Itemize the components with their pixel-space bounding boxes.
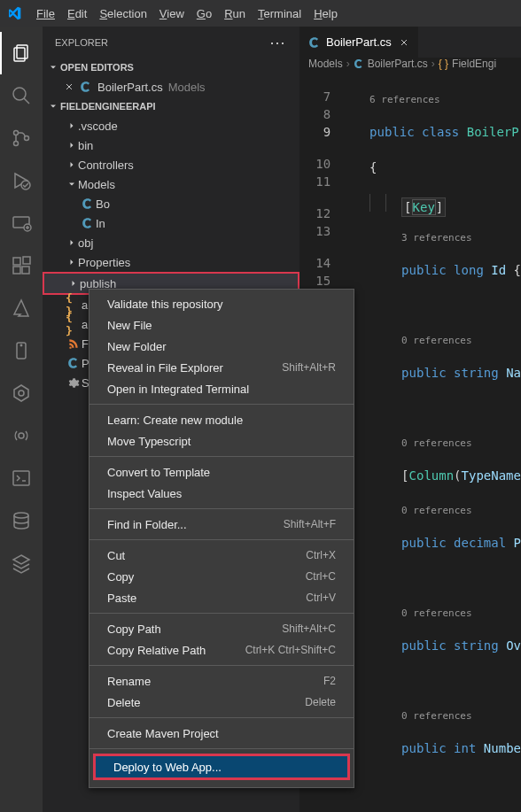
activity-search-icon[interactable] <box>0 74 43 117</box>
tree-item-controllers[interactable]: Controllers <box>43 155 299 174</box>
chevron-icon <box>66 159 78 170</box>
open-editor-filename: BoilerPart.cs <box>97 81 163 94</box>
menu-go[interactable]: Go <box>191 7 218 20</box>
tree-item-obj[interactable]: obj <box>43 233 299 252</box>
menu-selection[interactable]: Selection <box>93 7 152 20</box>
ctx-new-folder[interactable]: New Folder <box>89 336 354 357</box>
chevron-down-icon <box>46 101 60 112</box>
activity-extensions-icon[interactable] <box>0 244 43 287</box>
ctx-move-typescript[interactable]: Move Typescript <box>89 430 354 452</box>
open-editor-item[interactable]: BoilerPart.cs Models <box>43 77 299 97</box>
open-editors-header[interactable]: OPEN EDITORS <box>43 58 299 77</box>
activity-kubernetes-icon[interactable] <box>0 372 43 414</box>
svg-rect-15 <box>23 257 30 264</box>
svg-rect-21 <box>13 471 29 485</box>
ctx-convert-to-template[interactable]: Convert to Template <box>89 461 354 483</box>
menu-view[interactable]: View <box>153 7 191 20</box>
ctx-copy[interactable]: CopyCtrl+C <box>89 566 354 587</box>
code-content[interactable]: 6 references public class BoilerP { [Key… <box>354 70 521 812</box>
file-icon <box>66 337 82 350</box>
file-icon <box>80 217 96 229</box>
ctx-validate-this-repository[interactable]: Validate this repository <box>89 293 354 314</box>
tree-item-properties[interactable]: Properties <box>43 252 299 272</box>
ctx-reveal-in-file-explorer[interactable]: Reveal in File ExplorerShift+Alt+R <box>89 357 354 378</box>
svg-point-17 <box>20 344 21 345</box>
tree-item--vscode[interactable]: .vscode <box>43 116 299 135</box>
ctx-paste[interactable]: PasteCtrl+V <box>89 587 354 608</box>
chevron-icon <box>67 278 80 289</box>
vscode-logo-icon <box>7 6 21 20</box>
project-header[interactable]: FIELDENGINEERAPI <box>43 97 299 116</box>
menu-edit[interactable]: Edit <box>61 7 93 20</box>
activity-device-icon[interactable] <box>0 329 43 372</box>
svg-rect-12 <box>13 258 20 265</box>
csharp-icon <box>308 36 321 49</box>
activity-layers-icon[interactable] <box>0 542 43 584</box>
menu-help[interactable]: Help <box>307 7 344 20</box>
svg-point-5 <box>14 142 19 146</box>
file-icon: { } <box>66 311 82 337</box>
file-icon <box>66 357 82 369</box>
chevron-down-icon <box>46 62 60 73</box>
svg-marker-18 <box>14 385 28 401</box>
ctx-learn--create-new-module[interactable]: Learn: Create new module <box>89 409 354 430</box>
editor-tab[interactable]: BoilerPart.cs <box>299 27 419 58</box>
tree-item-models[interactable]: Models <box>43 174 299 194</box>
context-menu: Validate this repositoryNew FileNew Fold… <box>89 289 354 788</box>
activity-debug-icon[interactable] <box>0 159 43 202</box>
chevron-icon <box>66 179 78 189</box>
ctx-find-in-folder---[interactable]: Find in Folder...Shift+Alt+F <box>89 514 354 535</box>
ctx-inspect-values[interactable]: Inspect Values <box>89 483 354 504</box>
tree-item-inventorycontext-cs[interactable]: In <box>43 213 299 233</box>
svg-line-3 <box>24 98 29 104</box>
chevron-icon <box>66 140 78 151</box>
tab-bar: BoilerPart.cs <box>299 27 521 58</box>
explorer-header: EXPLORER ⋯ <box>43 27 299 58</box>
file-icon <box>66 376 82 389</box>
menu-file[interactable]: File <box>30 7 61 20</box>
activity-remote-icon[interactable] <box>0 202 43 244</box>
csharp-icon <box>354 58 364 69</box>
tab-title: BoilerPart.cs <box>326 35 392 49</box>
menubar: File Edit Selection View Go Run Terminal… <box>0 0 521 27</box>
ctx-create-maven-project[interactable]: Create Maven Project <box>89 723 354 744</box>
ctx-deploy-to-web-app[interactable]: Deploy to Web App... <box>96 756 347 777</box>
ctx-rename[interactable]: RenameF2 <box>89 670 354 692</box>
chevron-icon <box>66 120 78 131</box>
chevron-icon <box>66 257 78 267</box>
svg-point-19 <box>19 391 24 396</box>
tree-item-boilerpart-cs[interactable]: Bo <box>43 194 299 213</box>
close-icon[interactable] <box>64 81 76 92</box>
ctx-delete[interactable]: DeleteDelete <box>89 692 354 713</box>
svg-point-6 <box>25 136 29 141</box>
activity-bar <box>0 27 43 812</box>
open-editor-dir: Models <box>168 81 206 94</box>
activity-scm-icon[interactable] <box>0 117 43 159</box>
file-icon <box>80 197 96 210</box>
ctx-copy-path[interactable]: Copy PathShift+Alt+C <box>89 618 354 639</box>
activity-live-icon[interactable] <box>0 414 43 457</box>
ctx-copy-relative-path[interactable]: Copy Relative PathCtrl+K Ctrl+Shift+C <box>89 639 354 661</box>
activity-database-icon[interactable] <box>0 499 43 542</box>
menu-run[interactable]: Run <box>218 7 252 20</box>
svg-rect-14 <box>22 267 29 274</box>
breadcrumb[interactable]: Models › BoilerPart.cs › { } FieldEngi <box>299 58 521 70</box>
ctx-new-file[interactable]: New File <box>89 314 354 336</box>
svg-point-2 <box>13 88 26 100</box>
activity-explorer-icon[interactable] <box>0 32 43 74</box>
explorer-more-icon[interactable]: ⋯ <box>269 33 287 52</box>
activity-azure-icon[interactable] <box>0 287 43 329</box>
ctx-cut[interactable]: CutCtrl+X <box>89 545 354 566</box>
svg-point-22 <box>14 513 28 518</box>
tree-item-bin[interactable]: bin <box>43 135 299 155</box>
activity-terminal-icon[interactable] <box>0 457 43 499</box>
chevron-icon <box>66 237 78 248</box>
svg-point-4 <box>14 131 19 135</box>
ctx-open-in-integrated-terminal[interactable]: Open in Integrated Terminal <box>89 378 354 399</box>
braces-icon: { } <box>439 58 448 70</box>
menu-terminal[interactable]: Terminal <box>252 7 307 20</box>
csharp-icon <box>80 81 94 93</box>
explorer-title: EXPLORER <box>55 37 108 48</box>
svg-rect-13 <box>13 267 20 274</box>
close-icon[interactable] <box>399 37 409 48</box>
